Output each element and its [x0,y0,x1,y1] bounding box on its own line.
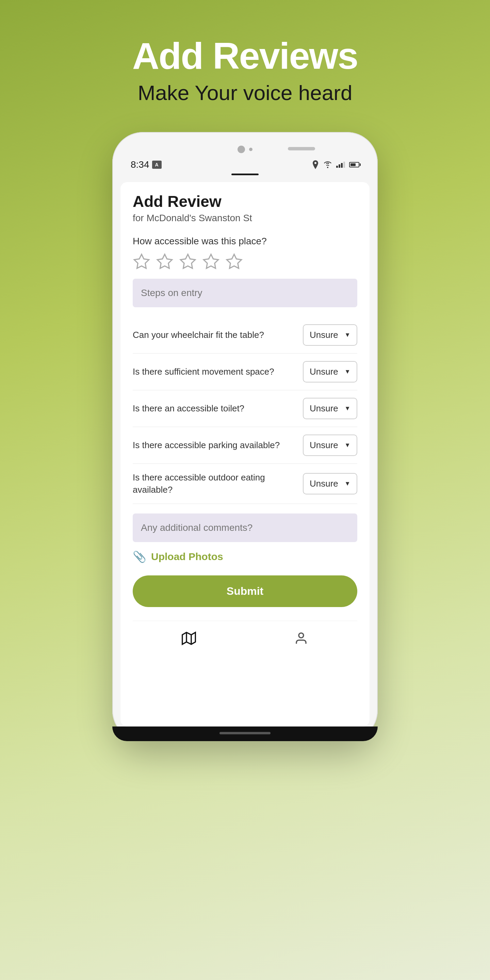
map-icon [182,631,196,646]
question-text-1: Can your wheelchair fit the table? [133,329,303,341]
chevron-down-icon: ▼ [344,331,350,339]
dropdown-value-3: Unsure [310,403,338,414]
status-time-area: 8:34 A [130,159,162,170]
page-title: Add Review [133,192,357,211]
clock-time: 8:34 [130,159,150,170]
chevron-down-icon: ▼ [344,405,350,412]
phone-camera [237,146,245,153]
svg-marker-2 [180,254,195,268]
nav-handle [231,173,259,175]
star-1[interactable] [133,253,150,270]
comments-input[interactable] [133,514,357,542]
question-dropdown-5[interactable]: Unsure▼ [303,473,357,495]
page-subtitle: for McDonald's Swanston St [133,213,357,224]
question-row-1: Can your wheelchair fit the table?Unsure… [133,317,357,353]
svg-marker-3 [204,254,218,268]
screen-content: Add Review for McDonald's Swanston St Ho… [121,182,369,727]
question-row-4: Is there accessible parking available?Un… [133,427,357,464]
question-text-3: Is there an accessible toilet? [133,402,303,414]
hero-title: Add Reviews [132,34,358,77]
battery-icon [349,162,360,167]
star-5[interactable] [225,253,243,270]
upload-photos-row[interactable]: 📎 Upload Photos [133,550,357,563]
phone-shell: 8:34 A [112,132,378,741]
upload-photos-label: Upload Photos [151,551,223,563]
phone-bottom-bar [112,727,378,741]
svg-point-8 [299,633,304,638]
svg-marker-0 [134,254,149,268]
question-text-4: Is there accessible parking available? [133,439,303,451]
svg-marker-4 [227,254,241,268]
battery-fill [350,163,356,166]
status-a-icon: A [152,161,162,169]
nav-profile[interactable] [284,628,318,649]
chevron-down-icon: ▼ [344,368,350,375]
home-indicator [220,732,270,734]
svg-marker-5 [182,632,196,644]
submit-button[interactable]: Submit [133,576,357,607]
paperclip-icon: 📎 [133,550,146,563]
phone-speaker-dot [249,148,253,151]
dropdown-value-2: Unsure [310,366,338,377]
chevron-down-icon: ▼ [344,442,350,449]
bottom-nav [133,620,357,649]
star-4[interactable] [202,253,220,270]
status-bar: 8:34 A [121,159,369,170]
questions-container: Can your wheelchair fit the table?Unsure… [133,317,357,504]
status-right-icons [312,160,360,169]
chevron-down-icon: ▼ [344,480,350,487]
stars-rating[interactable] [133,253,357,270]
question-dropdown-4[interactable]: Unsure▼ [303,434,357,456]
location-icon [312,160,319,169]
accessibility-question: How accessible was this place? [133,236,357,247]
question-dropdown-2[interactable]: Unsure▼ [303,361,357,382]
question-row-5: Is there accessible outdoor eating avail… [133,464,357,504]
signal-icon [336,162,345,168]
nav-map[interactable] [172,628,206,649]
phone-pill [288,147,315,150]
svg-marker-1 [157,254,172,268]
a-letter: A [155,162,158,167]
dropdown-value-1: Unsure [310,330,338,340]
wifi-icon [323,161,332,168]
star-2[interactable] [156,253,173,270]
dropdown-value-5: Unsure [310,479,338,489]
phone-top-bar [121,142,369,153]
question-row-2: Is there sufficient movement space?Unsur… [133,353,357,390]
question-text-5: Is there accessible outdoor eating avail… [133,471,303,496]
steps-on-entry-input[interactable] [133,279,357,307]
dropdown-value-4: Unsure [310,440,338,450]
question-dropdown-3[interactable]: Unsure▼ [303,398,357,419]
question-row-3: Is there an accessible toilet?Unsure▼ [133,390,357,427]
question-text-2: Is there sufficient movement space? [133,366,303,378]
question-dropdown-1[interactable]: Unsure▼ [303,324,357,346]
hero-subtitle: Make Your voice heard [138,81,353,105]
star-3[interactable] [179,253,197,270]
profile-icon [294,631,308,646]
